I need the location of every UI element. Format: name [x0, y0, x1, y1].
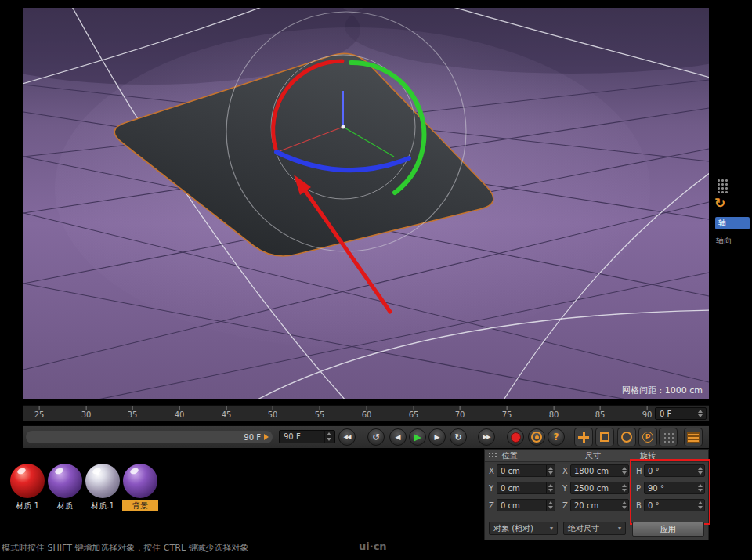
pos-z-field[interactable]: 0 cm: [497, 499, 555, 511]
pos-y-value: 0 cm: [501, 484, 520, 493]
material-thumbnail[interactable]: [10, 464, 45, 498]
watermark: ui·cn: [359, 540, 387, 552]
spinner-arrows-icon[interactable]: [324, 431, 333, 443]
header-size: 尺寸: [585, 450, 601, 461]
viewport-3d[interactable]: 网格间距 : 1000 cm: [24, 8, 709, 399]
spinner-arrows-icon[interactable]: [620, 500, 628, 511]
size-z-field[interactable]: 20 cm: [570, 499, 629, 511]
end-frame-field[interactable]: 0 F: [655, 407, 707, 420]
coordinates-grid: X 0 cm X 1800 cm H 0 ° Y 0 cm Y 2500 cm …: [485, 462, 708, 514]
transport-bar: 90 F 90 F ◀◀ ↺ ◀ ▶ ▶ ↻ ▶▶ ? P: [24, 425, 709, 448]
spinner-arrows-icon[interactable]: [546, 500, 555, 511]
size-mode-value: 绝对尺寸: [568, 523, 599, 534]
play-button[interactable]: ▶: [409, 428, 426, 446]
coordinates-header: 位置 尺寸 旋转: [485, 450, 708, 462]
preview-range-slider[interactable]: 90 F: [26, 431, 273, 443]
ruler-tick: 75: [502, 411, 512, 419]
rotation-circle-icon: [621, 432, 632, 443]
coordinate-mode-dropdown[interactable]: 对象 (相对)▾: [489, 522, 558, 535]
scale-square-icon: [600, 432, 609, 442]
size-y-value: 2500 cm: [574, 484, 609, 493]
header-position: 位置: [502, 450, 518, 461]
goto-end-button[interactable]: ▶▶: [478, 428, 495, 446]
spinner-arrows-icon[interactable]: [546, 482, 555, 493]
spinner-arrows-icon[interactable]: [620, 465, 628, 476]
help-button[interactable]: ?: [548, 428, 565, 446]
size-y-label: Y: [562, 484, 570, 493]
material-item[interactable]: 材质 1: [9, 464, 45, 511]
material-item[interactable]: 材质: [47, 464, 83, 511]
prev-key-icon: ↺: [372, 432, 379, 443]
ruler-tick: 65: [409, 411, 419, 419]
rotate-tool-icon[interactable]: ↻: [714, 197, 725, 210]
ruler-tick: 40: [175, 411, 185, 419]
panel-handle-icon[interactable]: [489, 453, 490, 454]
key-scale-toggle[interactable]: [595, 428, 614, 446]
pos-z-value: 0 cm: [501, 501, 520, 510]
material-name: 材质.1: [85, 500, 121, 511]
size-x-field[interactable]: 1800 cm: [570, 464, 629, 477]
timeline-ruler[interactable]: 25 30 35 40 45 50 55 60 65 70 75 80 85 9…: [24, 405, 709, 421]
prev-frame-icon: ◀: [396, 433, 401, 441]
viewport-canvas[interactable]: [24, 8, 709, 399]
chevron-down-icon: ▾: [618, 525, 621, 532]
rot-h-value: 0 °: [648, 467, 660, 475]
size-y-field[interactable]: 2500 cm: [570, 482, 629, 494]
rot-h-label: H: [636, 467, 644, 475]
material-thumbnail[interactable]: [85, 464, 120, 498]
gizmo-center[interactable]: [342, 125, 345, 129]
autokey-button[interactable]: [528, 428, 545, 446]
move-cross-icon: [578, 432, 589, 443]
key-rotation-toggle[interactable]: [617, 428, 636, 446]
record-button[interactable]: [507, 428, 524, 446]
spinner-arrows-icon[interactable]: [696, 408, 704, 419]
goto-end-icon: ▶▶: [483, 434, 490, 440]
right-panel-strip: ↻ 轴 轴向: [711, 176, 752, 262]
material-name: 材质: [47, 500, 83, 511]
spinner-arrows-icon[interactable]: [620, 482, 628, 493]
key-selection-toggle[interactable]: [684, 428, 703, 446]
range-end-arrow-icon: [264, 434, 269, 440]
striped-panel-icon: [687, 432, 700, 443]
axis-section-label: 轴向: [716, 236, 732, 247]
prev-key-button[interactable]: ↺: [367, 428, 385, 446]
key-position-toggle[interactable]: [574, 428, 593, 446]
key-pla-toggle[interactable]: [659, 428, 678, 446]
goto-start-button[interactable]: ◀◀: [338, 428, 356, 446]
axis-mode-button[interactable]: 轴: [715, 217, 750, 229]
rot-b-field[interactable]: 0 °: [644, 499, 705, 511]
pos-x-label: X: [489, 467, 497, 475]
dots-grid-icon: [664, 433, 667, 435]
material-item-selected[interactable]: 背景: [122, 464, 158, 511]
panel-handle-icon[interactable]: [718, 179, 720, 182]
rot-h-field[interactable]: 0 °: [644, 464, 705, 477]
spinner-arrows-icon[interactable]: [546, 465, 555, 476]
spinner-arrows-icon[interactable]: [696, 500, 704, 511]
material-thumbnail[interactable]: [48, 464, 82, 498]
ruler-tick: 35: [128, 411, 138, 419]
next-key-button[interactable]: ↻: [450, 428, 467, 446]
next-frame-button[interactable]: ▶: [428, 428, 446, 446]
ruler-tick: 25: [34, 411, 45, 419]
apply-button[interactable]: 应用: [632, 522, 704, 537]
ruler-tick: 55: [315, 411, 325, 419]
range-end-label: 90 F: [244, 433, 261, 442]
ruler-tick: 80: [549, 411, 559, 419]
material-item[interactable]: 材质.1: [85, 464, 121, 511]
header-rotation: 旋转: [640, 450, 656, 461]
size-mode-dropdown[interactable]: 绝对尺寸▾: [563, 522, 626, 535]
rot-p-label: P: [636, 484, 644, 493]
material-manager: 材质 1 材质 材质.1 背景: [9, 464, 158, 511]
rot-p-field[interactable]: 90 °: [644, 482, 705, 494]
spinner-arrows-icon[interactable]: [696, 482, 704, 493]
prev-frame-button[interactable]: ◀: [389, 428, 407, 446]
pos-y-field[interactable]: 0 cm: [497, 482, 555, 494]
rot-b-label: B: [636, 501, 644, 510]
material-thumbnail[interactable]: [123, 464, 157, 498]
current-frame-field[interactable]: 90 F: [279, 430, 335, 443]
spinner-arrows-icon[interactable]: [696, 465, 704, 476]
ruler-tick: 90: [642, 411, 653, 419]
pos-x-field[interactable]: 0 cm: [497, 464, 555, 477]
coordinates-manager: 位置 尺寸 旋转 X 0 cm X 1800 cm H 0 ° Y 0 cm Y…: [484, 449, 709, 540]
key-parameter-toggle[interactable]: P: [638, 428, 657, 446]
